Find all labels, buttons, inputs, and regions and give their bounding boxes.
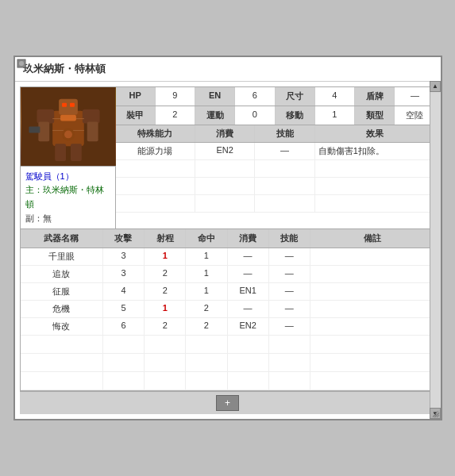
w3-hit: 1 (186, 283, 227, 300)
scroll-up-button[interactable]: ▲ (430, 81, 441, 92)
svg-line-20 (437, 415, 439, 417)
stats-row2: 裝甲 2 運動 0 移動 1 類型 空陸 (116, 106, 435, 125)
w1-atk: 3 (103, 248, 145, 265)
w5-atk: 6 (103, 318, 145, 335)
svg-rect-9 (38, 121, 49, 141)
empty-row-3 (21, 372, 435, 390)
svg-rect-4 (59, 99, 78, 115)
svg-rect-12 (70, 144, 81, 161)
add-button[interactable]: + (216, 395, 239, 411)
er1-6 (269, 336, 310, 353)
special-row-4 (116, 195, 435, 213)
sp2-effect (315, 160, 435, 177)
pilot-sub: 副：無 (25, 212, 110, 226)
special-abilities-table: 特殊能力 消費 技能 效果 能源力場 EN2 — 自動傷害1扣除。 (116, 125, 435, 228)
svg-rect-16 (60, 114, 76, 121)
w5-skill: — (269, 318, 310, 335)
empty-row-1 (21, 336, 435, 354)
er2-3 (145, 354, 186, 371)
w4-cost: — (228, 301, 269, 317)
stats-row1: HP 9 EN 6 尺寸 4 盾牌 — (116, 87, 435, 106)
w1-name: 千里眼 (21, 248, 103, 265)
w4-notes (310, 301, 435, 317)
w1-notes (310, 248, 435, 265)
hp-value: 9 (156, 87, 195, 106)
svg-rect-5 (62, 103, 67, 107)
sp2-cost (195, 160, 255, 177)
svg-point-18 (64, 130, 72, 138)
w2-notes (310, 266, 435, 282)
w5-name: 悔改 (21, 318, 103, 335)
w2-skill: — (269, 266, 310, 282)
wh-range: 射程 (145, 229, 186, 248)
w1-hit: 1 (186, 248, 227, 265)
portrait-image (21, 87, 116, 167)
er2-1 (21, 354, 103, 371)
sp4-effect (315, 195, 435, 212)
special-header: 特殊能力 消費 技能 效果 (116, 125, 435, 143)
er3-2 (103, 372, 145, 390)
movement-value: 1 (315, 106, 355, 125)
sp1-skill: — (255, 143, 314, 159)
w4-hit: 2 (186, 301, 227, 317)
er3-5 (228, 372, 269, 390)
scroll-track[interactable] (430, 92, 441, 408)
special-row-1: 能源力場 EN2 — 自動傷害1扣除。 (116, 143, 435, 160)
top-section: 駕駛員（1） 主：玖米納斯・特林頓 副：無 HP 9 EN 6 (20, 86, 436, 229)
er2-5 (228, 354, 269, 371)
sp3-cost (195, 178, 255, 194)
move-value: 0 (235, 106, 275, 125)
w2-hit: 1 (186, 266, 227, 282)
w5-cost: EN2 (228, 318, 269, 335)
sp4-cost (195, 195, 255, 212)
shield-label: 盾牌 (355, 87, 395, 106)
w3-range: 2 (145, 283, 186, 300)
w3-atk: 4 (103, 283, 145, 300)
special-col3: 技能 (255, 125, 314, 142)
window-title: 玖米納斯・特林頓 (15, 57, 441, 82)
w2-range: 2 (145, 266, 186, 282)
weapon-row-2: 追放 3 2 1 — — (21, 266, 435, 283)
en-value: 6 (235, 87, 275, 106)
svg-rect-8 (82, 109, 99, 124)
svg-rect-6 (69, 103, 74, 107)
armor-label: 裝甲 (116, 106, 156, 125)
footer-bar[interactable]: + (20, 391, 436, 414)
weapon-row-3: 征服 4 2 1 EN1 — (21, 283, 435, 301)
w2-atk: 3 (103, 266, 145, 282)
w3-cost: EN1 (228, 283, 269, 300)
svg-point-1 (19, 61, 24, 66)
svg-rect-7 (37, 109, 54, 124)
w5-range: 2 (145, 318, 186, 335)
title-text: 玖米納斯・特林頓 (23, 63, 106, 75)
w5-hit: 2 (186, 318, 227, 335)
w3-notes (310, 283, 435, 300)
pilot-main: 主：玖米納斯・特林頓 (25, 183, 110, 211)
special-col4: 效果 (315, 125, 435, 142)
scrollbar[interactable]: ▲ ▼ (430, 81, 441, 419)
wh-name: 武器名稱 (21, 229, 103, 248)
w4-name: 危機 (21, 301, 103, 317)
er1-1 (21, 336, 103, 353)
sp1-cost: EN2 (195, 143, 255, 159)
w4-range: 1 (145, 301, 186, 317)
pilot-info: 駕駛員（1） 主：玖米納斯・特林頓 副：無 (21, 167, 115, 228)
w3-skill: — (269, 283, 310, 300)
w1-cost: — (228, 248, 269, 265)
er1-5 (228, 336, 269, 353)
pilot-role: 駕駛員（1） (25, 170, 110, 184)
sp3-skill (255, 178, 314, 194)
sp4-skill (255, 195, 314, 212)
er1-7 (310, 336, 435, 353)
corner-icon (17, 59, 26, 68)
er3-1 (21, 372, 103, 390)
sp3-ability (116, 178, 196, 194)
w1-skill: — (269, 248, 310, 265)
sp2-ability (116, 160, 196, 177)
wh-hit: 命中 (186, 229, 227, 248)
weapons-header: 武器名稱 攻擊 射程 命中 消費 技能 備註 (21, 229, 435, 248)
sp3-effect (315, 178, 435, 194)
sp2-skill (255, 160, 314, 177)
resize-handle[interactable] (431, 409, 441, 419)
svg-rect-11 (55, 144, 66, 161)
